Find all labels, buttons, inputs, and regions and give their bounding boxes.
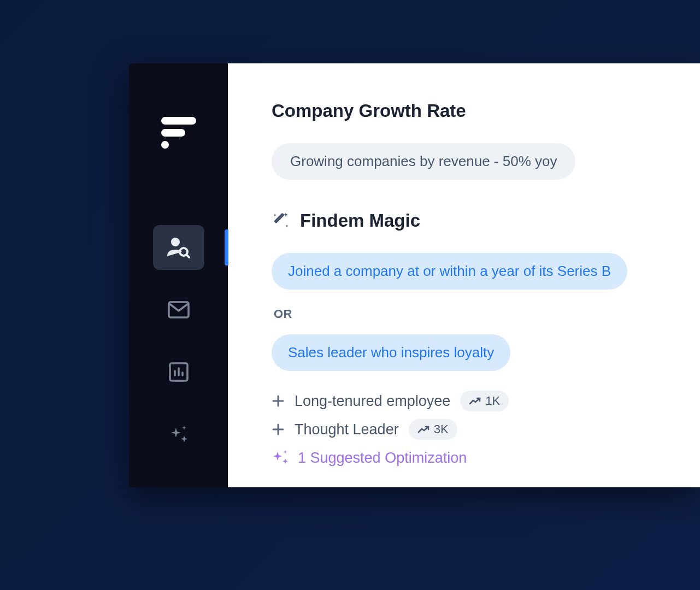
add-thought-leader[interactable]: Thought Leader 3K: [272, 419, 673, 440]
logo: [161, 117, 196, 149]
trend-up-icon: [469, 397, 481, 405]
findem-magic-title: Findem Magic: [300, 210, 420, 231]
sales-leader-pill[interactable]: Sales leader who inspires loyalty: [272, 334, 510, 371]
svg-rect-11: [274, 213, 285, 223]
plus-icon: [272, 394, 285, 408]
or-divider: OR: [274, 307, 292, 321]
count-value: 3K: [434, 422, 449, 436]
app-window: Company Growth Rate Growing companies by…: [129, 63, 700, 487]
nav-analytics[interactable]: [153, 350, 204, 394]
count-value: 1K: [485, 394, 500, 408]
svg-rect-0: [161, 117, 196, 125]
nav-search[interactable]: [153, 225, 204, 270]
logo-icon: [161, 117, 196, 149]
long-tenured-label: Long-tenured employee: [295, 393, 450, 410]
long-tenured-count: 1K: [460, 391, 509, 411]
trend-up-icon: [417, 425, 430, 434]
suggested-optimization[interactable]: 1 Suggested Optimization: [272, 449, 673, 467]
sparkles-icon: [168, 423, 190, 445]
magic-header: Findem Magic: [272, 210, 673, 231]
series-b-pill[interactable]: Joined a company at or within a year of …: [272, 253, 627, 290]
magic-wand-icon: [272, 211, 290, 230]
svg-rect-1: [161, 129, 185, 137]
nav-magic[interactable]: [153, 412, 204, 457]
nav-mail[interactable]: [153, 287, 204, 332]
growth-filter-pill[interactable]: Growing companies by revenue - 50% yoy: [272, 143, 575, 180]
suggestion-text: 1 Suggested Optimization: [298, 450, 467, 467]
thought-leader-label: Thought Leader: [295, 421, 399, 438]
thought-leader-count: 3K: [409, 419, 457, 440]
mail-icon: [168, 301, 190, 318]
growth-rate-title: Company Growth Rate: [272, 101, 673, 121]
plus-icon: [272, 423, 285, 436]
svg-point-2: [161, 141, 169, 149]
person-search-icon: [167, 237, 190, 258]
main-panel: Company Growth Rate Growing companies by…: [228, 63, 700, 487]
bar-chart-icon: [169, 362, 189, 382]
sparkles-purple-icon: [272, 449, 290, 467]
add-long-tenured[interactable]: Long-tenured employee 1K: [272, 391, 673, 411]
svg-line-5: [186, 255, 190, 258]
sidebar: [129, 63, 228, 487]
svg-point-3: [171, 238, 180, 246]
